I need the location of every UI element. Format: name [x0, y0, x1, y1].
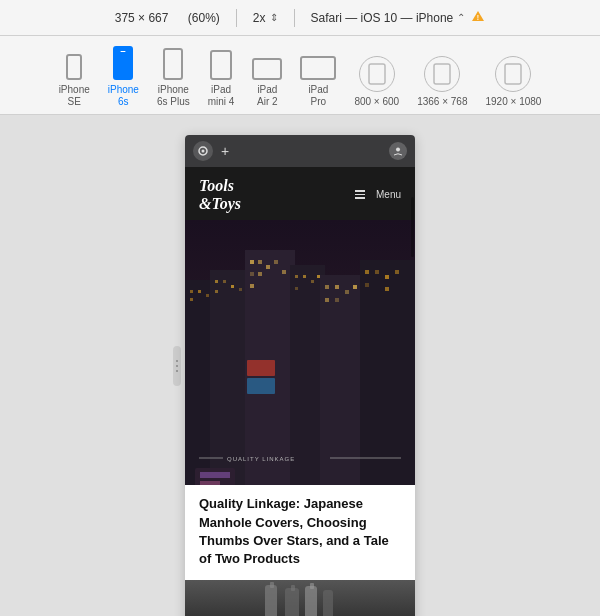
svg-rect-28	[282, 270, 286, 274]
menu-label: Menu	[376, 189, 401, 200]
site-logo: Tools&Toys	[199, 177, 241, 212]
toolbar: 375 × 667 (60%) 2x ⇕ Safari — iOS 10 — i…	[0, 0, 600, 36]
zoom-selector[interactable]: 2x ⇕	[253, 11, 278, 25]
iphone-6s-plus-icon	[163, 48, 183, 80]
ipad-air2-icon	[252, 58, 282, 80]
browser-label: Safari — iOS 10 — iPhone	[311, 11, 454, 25]
ipad-pro-label: iPadPro	[308, 84, 328, 108]
svg-rect-26	[258, 272, 262, 276]
800x600-icon	[359, 56, 395, 92]
iphone-6s-label: iPhone6s	[108, 84, 139, 108]
svg-rect-4	[505, 64, 521, 84]
svg-rect-31	[303, 275, 306, 278]
profile-icon[interactable]	[389, 142, 407, 160]
1920x1080-icon	[495, 56, 531, 92]
svg-rect-18	[231, 285, 234, 288]
browser-chevron-icon: ⌃	[457, 12, 465, 23]
resize-dots	[176, 360, 178, 372]
iphone-6s-icon	[113, 46, 133, 80]
800x600-label: 800 × 600	[354, 96, 399, 108]
svg-rect-22	[258, 260, 262, 264]
resize-handle-left[interactable]	[173, 346, 181, 386]
device-ipad-air2[interactable]: iPadAir 2	[252, 58, 282, 108]
add-tab-button[interactable]: +	[221, 143, 229, 159]
svg-rect-44	[375, 270, 379, 274]
device-iphone-6s[interactable]: iPhone6s	[108, 46, 139, 108]
divider-1	[236, 9, 237, 27]
site-navigation: Tools&Toys Menu	[185, 167, 415, 220]
svg-rect-25	[250, 272, 254, 276]
svg-rect-35	[320, 275, 365, 500]
svg-rect-64	[310, 583, 314, 589]
svg-rect-59	[265, 585, 277, 616]
iphone-se-label: iPhoneSE	[59, 84, 90, 108]
svg-rect-43	[365, 270, 369, 274]
svg-rect-27	[250, 284, 254, 288]
svg-rect-17	[223, 280, 226, 283]
1366x768-icon	[424, 56, 460, 92]
iphone-se-icon	[66, 54, 82, 80]
svg-rect-38	[345, 290, 349, 294]
device-iphone-6s-plus[interactable]: iPhone6s Plus	[157, 48, 190, 108]
svg-rect-45	[385, 275, 389, 279]
svg-rect-49	[247, 360, 275, 376]
svg-rect-2	[369, 64, 385, 84]
main-canvas: + Tools&Toys Menu	[0, 115, 600, 616]
zoom-value: 2x	[253, 11, 266, 25]
svg-rect-61	[285, 588, 299, 616]
svg-point-6	[202, 150, 205, 153]
divider-2	[294, 9, 295, 27]
svg-rect-60	[270, 582, 274, 588]
device-1920x1080[interactable]: 1920 × 1080	[485, 56, 541, 108]
svg-rect-29	[290, 265, 325, 500]
hero-image: QUALITY LINKAGE Quality Linkage: Japanes…	[185, 220, 415, 580]
svg-text:QUALITY LINKAGE: QUALITY LINKAGE	[227, 456, 295, 462]
1366x768-label: 1366 × 768	[417, 96, 467, 108]
bottom-strip-svg	[185, 580, 415, 616]
ipad-mini4-label: iPadmini 4	[208, 84, 235, 108]
article-title-block: Quality Linkage: Japanese Manhole Covers…	[185, 485, 415, 580]
svg-rect-48	[385, 287, 389, 291]
device-1366x768[interactable]: 1366 × 768	[417, 56, 467, 108]
svg-rect-62	[291, 585, 295, 591]
dimensions-display: 375 × 667	[115, 11, 169, 25]
browser-window: + Tools&Toys Menu	[185, 135, 415, 616]
svg-rect-24	[274, 260, 278, 264]
bottom-image-strip	[185, 580, 415, 616]
article-title: Quality Linkage: Japanese Manhole Covers…	[199, 495, 401, 568]
svg-rect-14	[210, 270, 250, 500]
device-selector-row: iPhoneSE iPhone6s iPhone6s Plus iPadmini…	[0, 36, 600, 115]
browser-selector[interactable]: Safari — iOS 10 — iPhone ⌃ !	[311, 10, 486, 25]
hamburger-icon	[355, 190, 365, 199]
svg-rect-46	[395, 270, 399, 274]
svg-rect-10	[190, 290, 193, 293]
svg-rect-36	[325, 285, 329, 289]
svg-rect-65	[323, 590, 333, 616]
svg-rect-40	[325, 298, 329, 302]
ipad-mini4-icon	[210, 50, 232, 80]
svg-rect-30	[295, 275, 298, 278]
paint-icon[interactable]	[193, 141, 213, 161]
svg-rect-58	[185, 580, 415, 616]
device-iphone-se[interactable]: iPhoneSE	[59, 54, 90, 108]
svg-rect-50	[247, 378, 275, 394]
svg-rect-34	[295, 287, 298, 290]
device-ipad-pro[interactable]: iPadPro	[300, 56, 336, 108]
site-menu-button[interactable]: Menu	[355, 189, 401, 200]
svg-rect-23	[266, 265, 270, 269]
device-ipad-mini4[interactable]: iPadmini 4	[208, 50, 235, 108]
device-800x600[interactable]: 800 × 600	[354, 56, 399, 108]
svg-rect-32	[311, 280, 314, 283]
svg-rect-11	[190, 298, 193, 301]
svg-rect-21	[250, 260, 254, 264]
svg-rect-12	[198, 290, 201, 293]
svg-rect-33	[317, 275, 320, 278]
ipad-pro-icon	[300, 56, 336, 80]
svg-rect-41	[335, 298, 339, 302]
browser-toolbar: +	[185, 135, 415, 167]
iphone-6s-plus-label: iPhone6s Plus	[157, 84, 190, 108]
scrollbar[interactable]	[411, 167, 415, 616]
svg-text:!: !	[477, 14, 479, 21]
svg-rect-53	[200, 472, 230, 478]
svg-rect-63	[305, 586, 317, 616]
